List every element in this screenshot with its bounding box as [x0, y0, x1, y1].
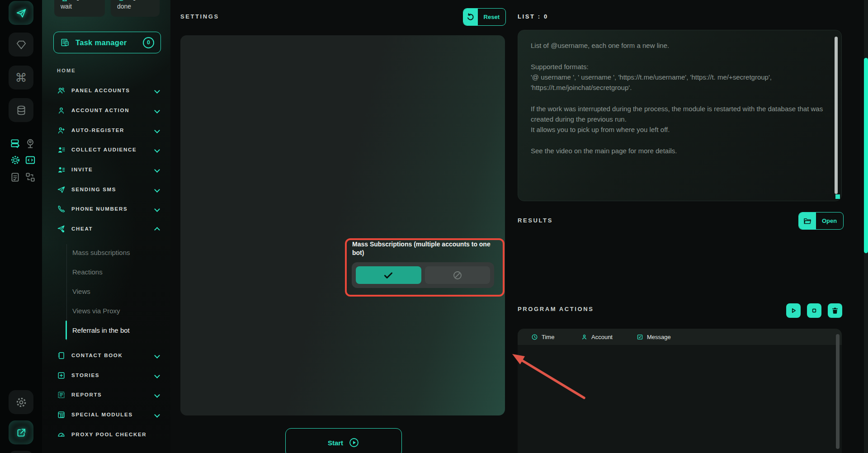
chevron-down-icon: [154, 147, 160, 153]
task-list-icon: [60, 38, 70, 47]
tab-done[interactable]: 0 done: [111, 0, 160, 17]
start-button[interactable]: Start: [285, 428, 402, 453]
column-time[interactable]: Time: [531, 334, 554, 340]
settings-title: SETTINGS: [180, 13, 219, 20]
task-manager-label: Task manager: [75, 38, 127, 47]
program-actions-table: Time Account Message: [518, 329, 842, 453]
folder-open-icon: [799, 212, 816, 229]
hourglass-icon: [61, 0, 69, 2]
chevron-down-icon: [154, 353, 160, 359]
user-icon: [581, 334, 588, 340]
telegram-icon: [15, 7, 27, 19]
settings-nav-button[interactable]: [9, 390, 33, 414]
document-check-icon[interactable]: [9, 171, 21, 183]
active-item-indicator: [66, 321, 67, 340]
code-window-icon[interactable]: [24, 154, 36, 166]
open-results-button[interactable]: Open: [798, 212, 844, 230]
database-nav-button[interactable]: [9, 98, 33, 122]
submenu-item-referrals-in-the-bot[interactable]: Referrals in the bot: [72, 326, 130, 335]
stop-actions-button[interactable]: [807, 303, 821, 318]
swap-icon[interactable]: [24, 171, 36, 183]
clear-actions-button[interactable]: [828, 303, 842, 318]
phone-icon: [57, 205, 66, 213]
user-icon: [57, 106, 66, 115]
results-title: RESULTS: [518, 217, 553, 224]
sidebar-item-special-modules[interactable]: SPECIAL MODULES: [57, 410, 162, 419]
sidebar-item-cheat[interactable]: CHEAT: [57, 224, 162, 233]
list-textarea[interactable]: List of @username, each one form a new l…: [518, 30, 842, 201]
task-manager-button[interactable]: Task manager 0: [53, 32, 161, 53]
extra-nav-button[interactable]: [9, 451, 33, 453]
submenu-item-views[interactable]: Views: [72, 287, 90, 296]
chevron-down-icon: [154, 392, 160, 398]
page-scrollbar-thumb[interactable]: [864, 58, 868, 253]
sidebar-item-invite[interactable]: INVITE: [57, 165, 162, 174]
external-link-button[interactable]: [9, 420, 33, 444]
icon-rail: ⌘: [0, 0, 42, 453]
submenu-item-reactions[interactable]: Reactions: [72, 267, 103, 276]
gauge-icon: [57, 430, 66, 439]
chevron-down-icon: [154, 167, 160, 173]
column-message[interactable]: Message: [637, 334, 671, 340]
sidebar: 0 wait 0 done Task manager 0 HOME PANEL: [42, 0, 170, 453]
server-check-icon[interactable]: [9, 138, 21, 150]
gear-badge-icon[interactable]: [9, 154, 21, 166]
sidebar-item-reports[interactable]: REPORTS: [57, 390, 162, 399]
user-list-icon: [57, 165, 66, 174]
resize-handle[interactable]: [835, 194, 840, 199]
premium-nav-button[interactable]: [9, 33, 33, 57]
stop-icon: [810, 307, 818, 315]
submenu-item-mass-subscriptions[interactable]: Mass subscriptions: [72, 248, 130, 257]
trash-icon: [831, 307, 839, 315]
start-label: Start: [328, 439, 343, 447]
done-count: 0: [132, 0, 136, 2]
list-title: LIST : 0: [518, 13, 548, 20]
users-icon: [57, 86, 66, 95]
clock-icon: [531, 334, 538, 340]
chevron-down-icon: [154, 108, 160, 113]
run-actions-button[interactable]: [786, 303, 801, 318]
sidebar-item-contact-book[interactable]: CONTACT BOOK: [57, 351, 162, 360]
clock-check-icon: [117, 0, 125, 2]
table-scrollbar[interactable]: [836, 334, 840, 449]
database-icon: [15, 104, 27, 116]
paper-plane-icon: [57, 185, 66, 194]
home-section-label: HOME: [57, 68, 76, 73]
chevron-up-icon: [154, 227, 160, 233]
sidebar-item-stories[interactable]: STORIES: [57, 371, 162, 380]
sidebar-item-phone-numbers[interactable]: PHONE NUMBERS: [57, 204, 162, 213]
page-scrollbar-track: [864, 0, 868, 453]
chevron-down-icon: [154, 187, 160, 193]
command-icon: ⌘: [15, 72, 27, 84]
tab-wait[interactable]: 0 wait: [54, 0, 105, 17]
sidebar-item-account-action[interactable]: ACCOUNT ACTION: [57, 106, 162, 115]
check-icon: [382, 269, 394, 281]
tab-done-label: done: [117, 3, 131, 10]
blocked-icon: [452, 270, 463, 281]
open-results-label: Open: [816, 212, 843, 229]
command-nav-button[interactable]: ⌘: [9, 66, 33, 90]
column-account[interactable]: Account: [581, 334, 613, 340]
mass-subscriptions-off-option[interactable]: [425, 266, 491, 284]
mass-subscriptions-on-option[interactable]: [356, 266, 421, 284]
telegram-nav-button[interactable]: [9, 1, 33, 25]
message-check-icon: [637, 334, 643, 340]
chevron-down-icon: [154, 373, 160, 378]
chevron-down-icon: [154, 127, 160, 133]
user-plus-icon: [57, 126, 66, 135]
paper-plane-dot-icon: [57, 225, 66, 233]
sidebar-item-auto-register[interactable]: AUTO-REGISTER: [57, 126, 162, 135]
list-scrollbar[interactable]: [835, 37, 838, 194]
sidebar-item-proxy-pool-checker[interactable]: PROXY POOL CHECKER: [57, 430, 162, 439]
sidebar-item-collect-audience[interactable]: COLLECT AUDIENCE: [57, 145, 162, 154]
mass-subscriptions-toggle: [352, 262, 494, 288]
reset-button[interactable]: Reset: [463, 8, 506, 26]
modules-icon: [57, 411, 66, 419]
program-actions-header: Time Account Message: [518, 329, 842, 345]
sidebar-item-panel-accounts[interactable]: PANEL ACCOUNTS: [57, 86, 162, 95]
submenu-item-views-via-proxy[interactable]: Views via Proxy: [72, 306, 120, 315]
webcam-person-icon[interactable]: [24, 138, 36, 150]
app-root: ⌘: [0, 0, 868, 453]
sidebar-item-sending-sms[interactable]: SENDING SMS: [57, 185, 162, 194]
chevron-down-icon: [154, 88, 160, 94]
